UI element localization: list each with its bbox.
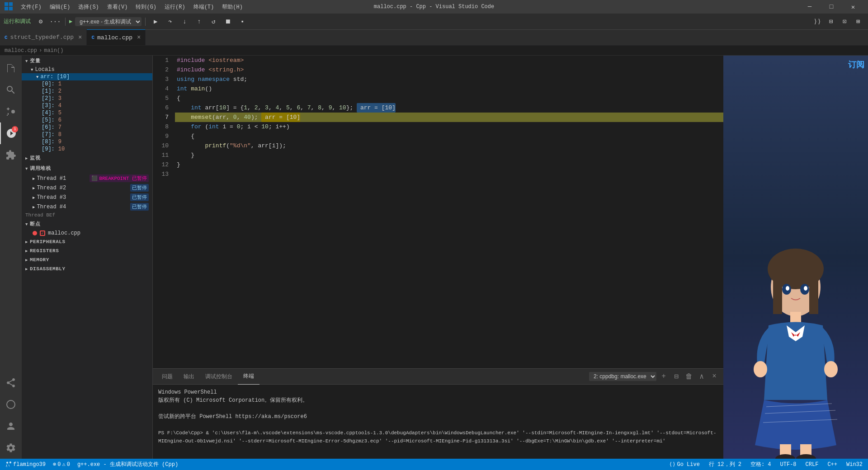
thread-2[interactable]: Thread #2 已暂停: [22, 183, 152, 193]
terminal-up-btn[interactable]: ∧: [696, 371, 707, 382]
arr-5[interactable]: [5]: 6: [22, 117, 152, 124]
arr-0[interactable]: [0]: 1: [22, 80, 152, 88]
arr-8[interactable]: [8]: 9: [22, 138, 152, 146]
ln-10: 10: [153, 141, 169, 150]
step-over-btn[interactable]: ↷: [164, 16, 176, 27]
memory-section-header[interactable]: MEMORY: [22, 255, 152, 264]
var-arr[interactable]: arr: [10]: [22, 73, 152, 80]
breakpoint-malloc[interactable]: ✓ malloc.cpp: [22, 229, 152, 237]
activity-debug[interactable]: 1: [0, 122, 22, 144]
breakpoint-check[interactable]: ✓: [40, 230, 45, 236]
status-win-mode[interactable]: Win32: [844, 459, 864, 470]
menu-help[interactable]: 帮助(H): [218, 2, 246, 12]
arr-3[interactable]: [3]: 4: [22, 102, 152, 109]
stop-btn[interactable]: ⏹: [222, 16, 234, 27]
debug-right-2[interactable]: ⊟: [825, 16, 837, 27]
close-button[interactable]: ✕: [843, 0, 863, 14]
watch-section-header[interactable]: 监视: [22, 153, 152, 163]
activity-liveshare[interactable]: [0, 372, 22, 394]
arr-4[interactable]: [4]: 5: [22, 109, 152, 117]
menu-view[interactable]: 查看(V): [104, 2, 132, 12]
minimize-button[interactable]: ─: [799, 0, 820, 14]
registers-section-header[interactable]: REGISTERS: [22, 246, 152, 255]
menu-goto[interactable]: 转到(G): [132, 2, 160, 12]
breadcrumb-symbol[interactable]: main(): [44, 47, 63, 54]
thread-4[interactable]: Thread #4 已暂停: [22, 202, 152, 212]
peripherals-chevron: [25, 239, 28, 244]
code-line-1: #include <iostream>: [175, 56, 723, 65]
peripherals-section-header[interactable]: PERIPHERALS: [22, 237, 152, 246]
locals-header[interactable]: Locals: [22, 66, 152, 73]
menu-edit[interactable]: 编辑(E): [46, 2, 74, 12]
debug-more-btn[interactable]: ···: [49, 16, 61, 27]
status-errors[interactable]: ⊗ 0 ⚠ 0: [51, 459, 72, 470]
activity-remote[interactable]: [0, 394, 22, 415]
code-content[interactable]: #include <iostream> #include <string.h> …: [173, 56, 723, 368]
status-live-share[interactable]: ⟨⟩ Go Live: [667, 459, 702, 470]
activity-search[interactable]: [0, 79, 22, 101]
status-line-ending[interactable]: CRLF: [804, 459, 821, 470]
thread-2-chevron: [33, 185, 35, 191]
terminal-instance-select[interactable]: 2: cppdbg: malloc.exe: [589, 372, 656, 381]
status-debug-info[interactable]: g++.exe - 生成和调试活动文件 (Cpp): [75, 459, 180, 470]
menu-terminal[interactable]: 终端(T): [190, 2, 218, 12]
thread-1-label: Thread #1: [37, 175, 66, 182]
status-encoding[interactable]: UTF-8: [778, 459, 798, 470]
thread-4-status: 已暂停: [130, 203, 149, 211]
tab-struct-close[interactable]: ×: [78, 34, 82, 41]
menu-run[interactable]: 运行(R): [161, 2, 189, 12]
tab-output[interactable]: 输出: [178, 369, 200, 385]
step-into-btn[interactable]: ↓: [178, 16, 191, 27]
live-share-icon: ⟨⟩: [669, 461, 675, 468]
debug-settings-btn[interactable]: ⚙: [34, 16, 47, 27]
terminal-trash-btn[interactable]: 🗑: [684, 371, 694, 382]
step-out-btn[interactable]: ↑: [193, 16, 205, 27]
square-btn[interactable]: ▪: [236, 16, 249, 27]
activity-extensions[interactable]: [0, 144, 22, 166]
activity-explorer[interactable]: [0, 57, 22, 79]
thread-3[interactable]: Thread #3 已暂停: [22, 193, 152, 202]
activity-source-control[interactable]: [0, 101, 22, 122]
callstack-section-header[interactable]: 调用堆栈: [22, 163, 152, 174]
tab-debug-console[interactable]: 调试控制台: [200, 369, 238, 385]
thread-1[interactable]: Thread #1 ⬛BREAKPOINT 已暂停: [22, 174, 152, 183]
breadcrumb-file[interactable]: malloc.cpp: [5, 47, 37, 54]
tab-struct[interactable]: C struct_typedef.cpp ×: [0, 29, 87, 45]
terminal-split-btn[interactable]: ⊟: [671, 371, 682, 382]
arr-2[interactable]: [2]: 3: [22, 95, 152, 102]
restart-btn[interactable]: ↺: [207, 16, 220, 27]
status-git-branch[interactable]: flamingo39: [4, 459, 47, 470]
status-line-col[interactable]: 行 12，列 2: [707, 459, 743, 470]
terminal-line-1: Windows PowerShell: [158, 388, 718, 396]
tab-malloc-close[interactable]: ×: [137, 34, 141, 41]
spaces-text: 空格: 4: [750, 461, 771, 468]
arr-1[interactable]: [1]: 2: [22, 88, 152, 95]
terminal-area: 问题 输出 调试控制台 终端 2: cppdbg: malloc.exe + ⊟…: [153, 368, 723, 459]
arr-6[interactable]: [6]: 7: [22, 124, 152, 131]
arr-7[interactable]: [7]: 8: [22, 131, 152, 138]
menu-file[interactable]: 文件(F): [17, 2, 45, 12]
tab-struct-icon: C: [5, 35, 8, 40]
debug-config-select[interactable]: g++.exe - 生成和调试: [75, 17, 142, 26]
terminal-close-btn[interactable]: ×: [709, 371, 720, 382]
debug-header-right: ⟩⟩ ⊟ ⊡ ⊞: [811, 16, 864, 27]
tab-malloc[interactable]: C malloc.cpp ×: [87, 29, 146, 45]
activity-settings[interactable]: [0, 437, 22, 459]
debug-right-1[interactable]: ⟩⟩: [811, 16, 824, 27]
maximize-button[interactable]: □: [821, 0, 842, 14]
title-bar: 文件(F) 编辑(E) 选择(S) 查看(V) 转到(G) 运行(R) 终端(T…: [0, 0, 868, 14]
status-language[interactable]: C++: [826, 459, 839, 470]
variables-section-header[interactable]: 变量: [22, 56, 152, 66]
debug-right-3[interactable]: ⊡: [838, 16, 851, 27]
terminal-add-btn[interactable]: +: [658, 371, 669, 382]
arr-9[interactable]: [9]: 10: [22, 146, 152, 153]
tab-problems[interactable]: 问题: [156, 369, 178, 385]
activity-account[interactable]: [0, 415, 22, 437]
status-spaces[interactable]: 空格: 4: [749, 459, 773, 470]
debug-right-4[interactable]: ⊞: [852, 16, 864, 27]
disassembly-section-header[interactable]: DISASSEMBLY: [22, 264, 152, 273]
menu-select[interactable]: 选择(S): [75, 2, 103, 12]
breakpoints-section-header[interactable]: 断点: [22, 219, 152, 229]
tab-terminal[interactable]: 终端: [238, 369, 259, 385]
continue-btn[interactable]: ▶: [149, 16, 162, 27]
